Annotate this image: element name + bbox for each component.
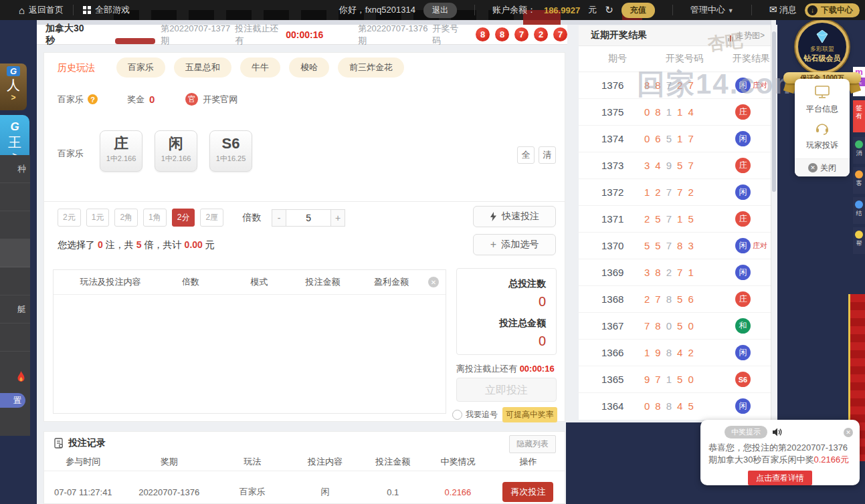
admin-center-menu[interactable]: 管理中心▼ [690,4,734,16]
clear-button[interactable]: 清 [539,146,556,164]
menu-item-active[interactable] [0,239,30,267]
result-label: 开奖号码 [432,23,464,47]
tab-baccarat[interactable]: 百家乐 [116,57,165,78]
win-tip-tag: 中奖提示 [725,426,767,438]
result-row: 1372 12772 闲 [579,179,771,206]
tab-stud[interactable]: 梭哈 [289,57,329,78]
player-complaint-button[interactable]: 玩家投诉 [795,115,850,151]
result-badge: 庄 [735,158,751,173]
game-title: 加拿大30秒 [45,23,88,47]
result-row: 1367 78050 和 [579,313,771,340]
result-badge: 闲 [735,238,751,253]
view-details-button[interactable]: 点击查看详情 [748,471,812,485]
yellow-icon [855,231,863,239]
betting-panel: 历史玩法 百家乐 五星总和 牛牛 梭哈 前三炸金花 百家乐 ? 奖金 0 官 开… [43,52,565,422]
record-amount: 0.1 [362,487,424,497]
menu-item[interactable]: 种 [0,155,30,183]
clear-slip-icon[interactable]: ✕ [428,277,439,287]
envelope-icon: ✉ [769,4,777,15]
bet-option-s6[interactable]: S6 1中16.25 [209,130,252,172]
hide-list-button[interactable]: 隐藏列表 [509,435,556,453]
current-issue: 第20220707-1377期 [161,23,231,47]
result-row: 1371 25715 庄 [579,206,771,233]
result-ball: 7 [514,27,528,41]
refresh-balance-icon[interactable]: ↻ [605,4,613,16]
edge-widget-3[interactable]: 结 [853,197,865,224]
chevron-right-icon: > [0,93,27,102]
download-label: 下载中心 [821,5,853,16]
close-toast-icon[interactable]: ✕ [844,428,853,437]
result-row: 1376 88727 闲 庄对 [579,72,771,99]
quick-bet-button[interactable]: 快速投注 [473,206,556,227]
unit-2yuan[interactable]: 2元 [58,209,81,227]
balance-unit: 元 [588,4,597,16]
blue-icon [855,201,863,209]
unit-2jiao[interactable]: 2角 [114,209,138,227]
submit-bet-button[interactable]: 立即投注 [456,378,557,402]
home-link[interactable]: ⌂ 返回首页 [19,4,64,16]
multiplier-value: 5 [136,239,142,250]
chase-tag: 可提高中奖率 [502,407,557,422]
unit-1yuan[interactable]: 1元 [86,209,110,227]
pair-tag: 庄对 [753,80,767,90]
platform-info-button[interactable]: 平台信息 [795,79,850,115]
download-center-button[interactable]: ↓ 下载中心 [805,3,860,17]
messages-link[interactable]: ✉ 消息 [769,4,797,16]
logout-button[interactable]: 退出 [423,3,457,18]
tab-five-star-sum[interactable]: 五星总和 [174,57,231,78]
bet-option-banker[interactable]: 庄 1中2.166 [100,130,142,172]
edge-widget-4[interactable]: 帮 [853,227,865,254]
menu-item[interactable] [0,324,30,352]
tab-front3-poker[interactable]: 前三炸金花 [338,57,404,78]
menu-item[interactable] [0,267,30,295]
chase-checkbox[interactable] [452,410,462,420]
menu-item[interactable] [0,183,30,211]
play-info-row: 百家乐 ? 奖金 0 官 开奖官网 [58,93,237,106]
close-panel-button[interactable]: ✕ 关闭 [795,158,850,176]
tab-niuniu[interactable]: 牛牛 [240,57,280,78]
diamond-member-medal: 多彩联盟 钻石级会员 保证金 1000万 [790,20,854,74]
messages-label: 消息 [779,5,797,15]
result-ball: 2 [534,27,548,41]
edge-widget-signin[interactable]: 签有 [853,100,865,132]
result-row: 1373 34957 庄 [579,152,771,179]
orange-icon [855,170,863,178]
multiplier-minus-button[interactable]: - [272,209,286,227]
unit-1jiao[interactable]: 1角 [143,209,167,227]
rebet-button[interactable]: 再次投注 [502,482,553,502]
top-bar: ⌂ 返回首页 全部游戏 你好，fxnq5201314 退出 账户余额： 186.… [0,0,865,20]
official-site-link[interactable]: 开奖官网 [203,94,237,106]
all-games-link[interactable]: 全部游戏 [83,4,130,16]
help-icon[interactable]: ? [88,94,98,104]
result-row: 1365 97150 S6 [579,366,771,393]
select-all-button[interactable]: 全 [517,146,535,164]
result-row: 1374 06517 闲 [579,126,771,152]
recent-results-panel: 近期开奖结果 走势图> 期号 开奖号码 开奖结果 1376 88727 闲 庄对… [579,25,771,420]
menu-item[interactable]: 艇 [0,295,30,324]
bet-option-player[interactable]: 闲 1中2.166 [155,130,197,172]
divider [44,201,565,202]
game-badge-ren[interactable]: G 人 > [0,64,27,110]
scrollbar-thumb[interactable] [772,31,776,192]
record-play: 百家乐 [216,486,289,498]
home-icon: ⌂ [19,5,25,15]
edge-widget-1[interactable]: 消 [853,137,865,164]
results-header-row: 期号 开奖号码 开奖结果 [579,46,771,72]
multiplier-input[interactable] [286,209,330,227]
recharge-button[interactable]: 充值 [621,3,655,18]
menu-item[interactable] [0,211,30,239]
plus-icon: + [490,239,496,251]
speaker-icon[interactable] [773,428,782,436]
scrollbar-track[interactable] [771,25,777,423]
tab-history-play[interactable]: 历史玩法 [58,62,95,74]
edge-widget-2[interactable]: 客 [853,167,865,194]
trend-chart-link[interactable]: 走势图> [728,30,765,41]
result-badge: S6 [735,372,751,387]
unit-2li[interactable]: 2厘 [200,209,223,227]
multiplier-plus-button[interactable]: + [330,209,345,227]
menu-pill[interactable]: 置 [0,393,25,408]
result-row: 1370 55783 闲 庄对 [579,233,771,259]
balance-value: 186.9927 [544,5,580,15]
unit-2fen-active[interactable]: 2分 [172,209,195,227]
add-selection-button[interactable]: + 添加选号 [473,234,556,255]
